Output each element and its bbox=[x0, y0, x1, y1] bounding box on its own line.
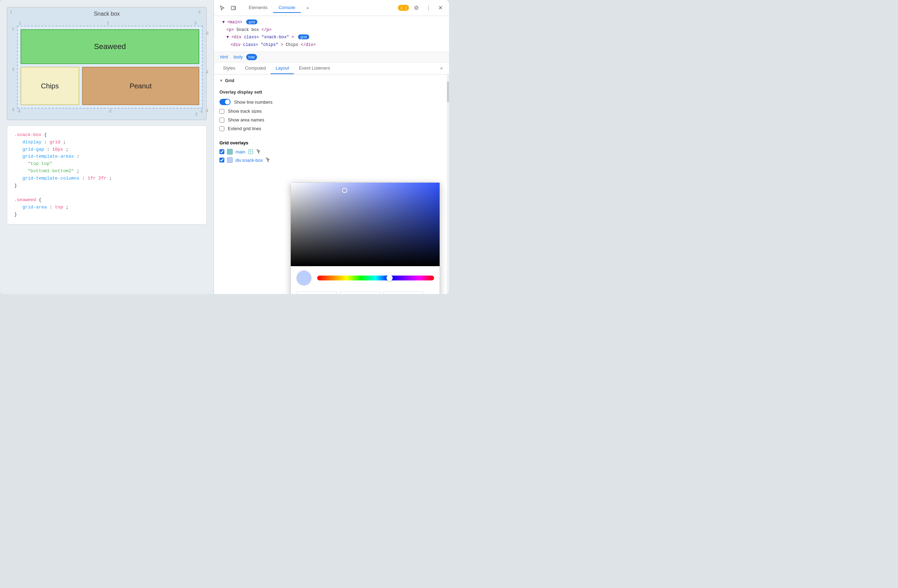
overlay-snackbox-checkbox[interactable] bbox=[220, 158, 224, 163]
cell-chips: Chips bbox=[20, 67, 79, 105]
overlay-main-select-icon[interactable] bbox=[256, 149, 262, 154]
overlay-main-checkbox[interactable] bbox=[220, 149, 224, 154]
overlay-snackbox-color-swatch[interactable] bbox=[227, 157, 233, 163]
overlay-settings: Overlay display sett Show line numbers S… bbox=[214, 87, 449, 137]
svg-rect-2 bbox=[249, 149, 253, 154]
cell-peanut: Peanut bbox=[82, 67, 199, 105]
grid-badge-snackbox: grid bbox=[298, 34, 309, 39]
devtools-header: Elements Console » ⚠ 1 ⚙ ⋮ ✕ bbox=[214, 0, 449, 16]
show-area-names-row: Show area names bbox=[220, 117, 443, 123]
tab-console[interactable]: Console bbox=[273, 3, 301, 13]
code-section: .snack-box { display : grid ; grid-gap :… bbox=[7, 126, 207, 225]
dom-line-main[interactable]: ▼ <main> grid bbox=[218, 19, 445, 26]
extend-grid-lines-label: Extend grid lines bbox=[228, 126, 261, 131]
layout-content: ▼ Grid Overlay display sett Show line nu… bbox=[214, 74, 449, 294]
warning-icon: ⚠ bbox=[400, 6, 403, 10]
grid-overlays-section: Grid overlays main div.snack-bo bbox=[214, 137, 449, 168]
corner-tr: -1 bbox=[198, 10, 201, 14]
overlay-main-grid-icon bbox=[248, 149, 254, 154]
cell-seaweed: Seaweed bbox=[20, 29, 199, 64]
device-toggle-icon[interactable] bbox=[229, 4, 238, 12]
dom-line-div-chips[interactable]: <div class= "chips" > Chips </div> bbox=[218, 42, 445, 49]
scrollbar-thumb[interactable] bbox=[447, 82, 449, 102]
grid-neg-right: -3 -2 -1 bbox=[205, 30, 208, 114]
breadcrumb-nav[interactable]: nav bbox=[246, 54, 257, 60]
main-tabs: Elements Console bbox=[243, 3, 301, 13]
overlay-row-main: main bbox=[220, 149, 443, 154]
breadcrumb-body[interactable]: body bbox=[232, 54, 245, 60]
dom-tree: ▼ <main> grid <p> Snack box </p> ▼ <div … bbox=[214, 16, 449, 52]
cursor-tool-icon[interactable] bbox=[218, 4, 226, 12]
overlay-main-color-swatch[interactable] bbox=[227, 149, 233, 154]
scrollbar-track bbox=[447, 74, 449, 294]
hue-slider[interactable] bbox=[317, 276, 434, 280]
grid-section-label: Grid bbox=[225, 78, 234, 83]
settings-gear-icon[interactable]: ⚙ bbox=[412, 3, 421, 12]
layout-tabs-more[interactable]: » bbox=[438, 63, 445, 74]
show-track-sizes-label: Show track sizes bbox=[228, 109, 262, 114]
right-panel: Elements Console » ⚠ 1 ⚙ ⋮ ✕ ▼ <main> gr… bbox=[214, 0, 449, 294]
tab-computed[interactable]: Computed bbox=[240, 63, 271, 74]
show-line-numbers-label: Show line numbers bbox=[234, 100, 273, 105]
breadcrumb-html[interactable]: html bbox=[218, 54, 230, 60]
show-track-sizes-row: Show track sizes bbox=[220, 109, 443, 114]
code-line-7: grid-template-columns : 1fr 2fr ; bbox=[14, 175, 199, 182]
show-area-names-checkbox[interactable] bbox=[220, 118, 224, 123]
show-area-names-label: Show area names bbox=[228, 117, 264, 123]
g-input[interactable] bbox=[340, 291, 380, 294]
show-line-numbers-toggle[interactable] bbox=[220, 99, 231, 105]
tab-event-listeners[interactable]: Event Listeners bbox=[294, 63, 335, 74]
left-panel: Snack box 1 2 3 1 2 3 Seaweed Chips Pean… bbox=[0, 0, 214, 294]
grid-overlays-title: Grid overlays bbox=[220, 140, 443, 145]
more-dots-icon[interactable]: ⋮ bbox=[424, 3, 434, 12]
tab-elements[interactable]: Elements bbox=[243, 3, 273, 13]
color-controls bbox=[291, 266, 440, 290]
breadcrumb: html body nav bbox=[214, 52, 449, 63]
overlay-settings-title: Overlay display sett bbox=[220, 89, 443, 95]
rgb-inputs: R G B ⇅ bbox=[291, 291, 440, 294]
hue-slider-knob bbox=[386, 275, 393, 281]
grid-neg-bottom: -3 -2 -1 bbox=[17, 109, 203, 113]
grid-section-header: ▼ Grid bbox=[214, 74, 449, 87]
color-cursor bbox=[342, 188, 348, 193]
header-icons-group bbox=[218, 4, 238, 12]
warning-count: 1 bbox=[405, 6, 407, 10]
grid-wrapper: 1 2 3 Seaweed Chips Peanut -3 -2 -1 bbox=[11, 26, 203, 113]
grid-demo-container: Snack box 1 2 3 1 2 3 Seaweed Chips Pean… bbox=[7, 7, 207, 120]
tab-layout[interactable]: Layout bbox=[271, 63, 294, 74]
warning-badge: ⚠ 1 bbox=[398, 5, 409, 11]
show-track-sizes-checkbox[interactable] bbox=[220, 109, 224, 114]
r-input[interactable] bbox=[296, 291, 337, 294]
dom-line-div-snackbox[interactable]: ▼ <div class= "snack-box" > grid bbox=[218, 34, 445, 42]
code-line-1: .snack-box { bbox=[14, 131, 199, 139]
corner-tl: 1 bbox=[10, 10, 12, 14]
show-line-numbers-row: Show line numbers bbox=[220, 99, 443, 105]
code-line-5: "top top" bbox=[14, 160, 199, 168]
grid-numbers-top: 1 2 3 bbox=[11, 21, 203, 25]
grid-badge-main: grid bbox=[246, 20, 257, 25]
hue-slider-container bbox=[317, 276, 434, 280]
color-gradient-area[interactable] bbox=[291, 183, 440, 266]
snack-box-title: Snack box bbox=[11, 11, 203, 17]
color-picker-popup: R G B ⇅ bbox=[291, 182, 440, 294]
grid-numbers-left: 1 2 3 bbox=[11, 26, 17, 113]
tab-styles[interactable]: Styles bbox=[218, 63, 240, 74]
triangle-icon: ▼ bbox=[220, 79, 223, 82]
overlay-snackbox-select-icon[interactable] bbox=[266, 157, 271, 163]
code-line-11: grid-area : top ; bbox=[14, 204, 199, 211]
dom-line-p[interactable]: <p> Snack box </p> bbox=[218, 26, 445, 34]
rgb-mode-toggle[interactable]: ⇅ bbox=[427, 291, 434, 294]
overlay-snackbox-label[interactable]: div.snack-box bbox=[235, 158, 263, 163]
code-line-10: .seaweed { bbox=[14, 197, 199, 204]
extend-grid-lines-checkbox[interactable] bbox=[220, 126, 224, 131]
overlay-main-label[interactable]: main bbox=[235, 149, 245, 154]
grid-area-wrapper: Seaweed Chips Peanut -3 -2 -1 -3 -2 -1 bbox=[17, 26, 203, 113]
tabs-more-button[interactable]: » bbox=[304, 3, 312, 12]
extend-grid-lines-row: Extend grid lines bbox=[220, 126, 443, 131]
b-input[interactable] bbox=[383, 291, 424, 294]
code-line-12: } bbox=[14, 211, 199, 219]
close-devtools-icon[interactable]: ✕ bbox=[436, 3, 445, 12]
code-line-8: } bbox=[14, 182, 199, 189]
b-input-group: B bbox=[383, 291, 424, 294]
code-line-4: grid-template-areas : bbox=[14, 153, 199, 160]
